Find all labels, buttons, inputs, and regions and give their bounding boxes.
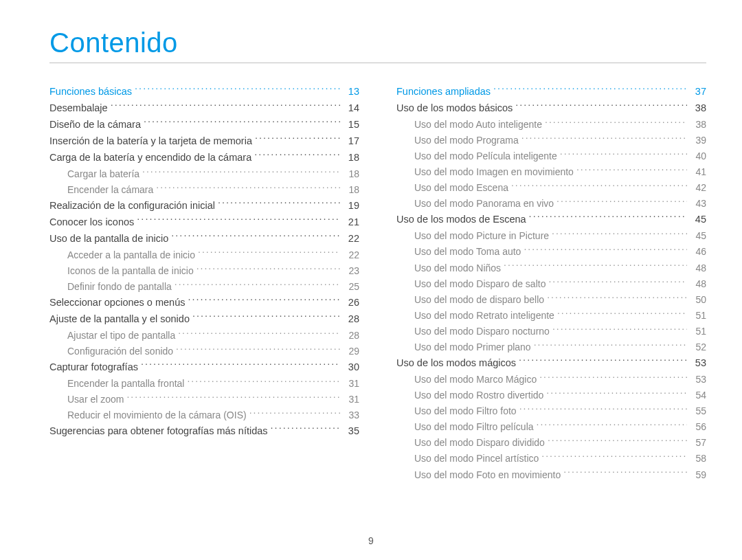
toc-entry[interactable]: Uso del modo Niños48 [396,260,706,276]
toc-label: Uso de la pantalla de inicio [49,231,168,247]
toc-page-num: 42 [690,180,706,196]
toc-page-num: 52 [690,339,706,355]
toc-entry[interactable]: Uso de los modos básicos38 [396,100,706,117]
toc-entry[interactable]: Carga de la batería y encendido de la cá… [49,150,359,166]
toc-entry[interactable]: Uso del modo Panorama en vivo43 [396,196,706,212]
toc-entry[interactable]: Uso del modo Imagen en movimiento41 [396,164,706,180]
toc-page-num: 51 [690,324,706,339]
toc-entry[interactable]: Uso del modo Filtro foto55 [396,403,706,419]
toc-page-num: 59 [690,467,706,483]
toc-entry[interactable]: Uso del modo Retrato inteligente51 [396,308,706,324]
toc-page-num: 51 [690,308,706,324]
toc-leader-dots [541,452,687,462]
toc-page-num: 41 [690,164,706,180]
toc-entry[interactable]: Configuración del sonido29 [49,344,359,359]
toc-entry[interactable]: Uso del modo de disparo bello50 [396,292,706,308]
toc-entry[interactable]: Inserción de la batería y la tarjeta de … [49,133,359,150]
toc-entry[interactable]: Usar el zoom31 [49,392,359,407]
toc-leader-dots [529,213,687,223]
toc-leader-dots [111,101,340,111]
toc-entry[interactable]: Seleccionar opciones o menús26 [49,295,359,311]
toc-entry[interactable]: Uso del modo Disparo de salto48 [396,276,706,292]
toc-label: Uso del modo Pincel artístico [414,451,539,467]
toc-leader-dots [198,249,340,258]
toc-label: Carga de la batería y encendido de la cá… [49,150,251,166]
toc-entry[interactable]: Uso del modo Picture in Picture45 [396,228,706,244]
toc-entry[interactable]: Uso del modo Disparo dividido57 [396,435,706,451]
toc-label: Uso de los modos mágicos [396,355,516,372]
toc-entry[interactable]: Cargar la batería18 [49,166,359,182]
toc-entry[interactable]: Diseño de la cámara15 [49,117,359,133]
toc-entry[interactable]: Funciones básicas13 [49,84,359,100]
toc-entry[interactable]: Uso del modo Pincel artístico58 [396,451,706,467]
toc-label: Uso del modo Picture in Picture [414,228,549,244]
toc-page-num: 28 [343,311,359,328]
toc-entry[interactable]: Uso del modo Filtro película56 [396,419,706,435]
toc-entry[interactable]: Uso del modo Escena42 [396,180,706,196]
toc-page-num: 57 [690,435,706,451]
toc-label: Realización de la configuración inicial [49,198,215,214]
toc-page: Contenido Funciones básicas13Desembalaje… [0,0,742,560]
toc-leader-dots [188,295,340,306]
toc-label: Definir fondo de pantalla [67,279,172,295]
toc-entry[interactable]: Acceder a la pantalla de inicio22 [49,247,359,263]
toc-leader-dots [141,360,340,370]
toc-leader-dots [144,117,340,128]
toc-leader-dots [271,425,340,435]
toc-entry[interactable]: Uso del modo Marco Mágico53 [396,372,706,388]
toc-entry[interactable]: Ajuste de la pantalla y el sonido28 [49,311,359,328]
toc-entry[interactable]: Desembalaje14 [49,100,359,117]
toc-leader-dots [171,232,340,242]
toc-entry[interactable]: Encender la cámara18 [49,182,359,198]
toc-entry[interactable]: Realización de la configuración inicial1… [49,198,359,214]
toc-label: Encender la pantalla frontal [67,376,184,392]
toc-entry[interactable]: Uso del modo Foto en movimiento59 [396,467,706,483]
toc-label: Uso del modo Filtro foto [414,403,517,419]
toc-entry[interactable]: Uso del modo Película inteligente40 [396,148,706,164]
toc-entry[interactable]: Uso del modo Disparo nocturno51 [396,324,706,339]
toc-entry[interactable]: Funciones ampliadas37 [396,84,706,100]
toc-leader-dots [563,469,687,478]
toc-leader-dots [187,377,340,387]
toc-entry[interactable]: Reducir el movimiento de la cámara (OIS)… [49,407,359,423]
toc-leader-dots [192,312,340,322]
toc-page-num: 31 [343,376,359,392]
toc-page-num: 33 [343,407,359,423]
toc-label: Sugerencias para obtener fotografías más… [49,423,268,440]
toc-page-num: 56 [690,419,706,435]
toc-entry[interactable]: Uso de los modos de Escena45 [396,212,706,228]
toc-label: Uso del modo Auto inteligente [414,117,542,133]
toc-entry[interactable]: Uso de la pantalla de inicio22 [49,231,359,247]
toc-entry[interactable]: Uso del modo Primer plano52 [396,339,706,355]
toc-page-num: 58 [690,451,706,467]
toc-page-num: 25 [343,279,359,295]
toc-label: Capturar fotografías [49,359,138,376]
toc-leader-dots [176,345,340,355]
toc-entry[interactable]: Uso del modo Auto inteligente38 [396,117,706,133]
toc-label: Inserción de la batería y la tarjeta de … [49,133,252,150]
toc-entry[interactable]: Uso del modo Rostro divertido54 [396,388,706,403]
toc-leader-dots [142,168,340,177]
toc-leader-dots [560,150,687,159]
toc-leader-dots [519,357,687,367]
toc-page-num: 48 [690,276,706,292]
toc-label: Uso del modo Retrato inteligente [414,308,554,324]
toc-entry[interactable]: Capturar fotografías30 [49,359,359,376]
toc-entry[interactable]: Uso del modo Toma auto46 [396,244,706,260]
toc-label: Uso del modo Disparo de salto [414,276,546,292]
toc-leader-dots [557,309,687,319]
toc-entry[interactable]: Conocer los iconos21 [49,214,359,231]
toc-entry[interactable]: Sugerencias para obtener fotografías más… [49,423,359,440]
toc-entry[interactable]: Iconos de la pantalla de inicio23 [49,263,359,279]
toc-label: Ajuste de la pantalla y el sonido [49,311,190,328]
toc-page-num: 55 [690,403,706,419]
toc-leader-dots [552,325,687,335]
toc-entry[interactable]: Uso de los modos mágicos53 [396,355,706,372]
toc-entry[interactable]: Definir fondo de pantalla25 [49,279,359,295]
toc-entry[interactable]: Encender la pantalla frontal31 [49,376,359,392]
toc-entry[interactable]: Ajustar el tipo de pantalla28 [49,328,359,344]
toc-leader-dots [534,341,687,350]
toc-leader-dots [545,118,687,128]
toc-page-num: 48 [690,260,706,276]
toc-entry[interactable]: Uso del modo Programa39 [396,133,706,148]
